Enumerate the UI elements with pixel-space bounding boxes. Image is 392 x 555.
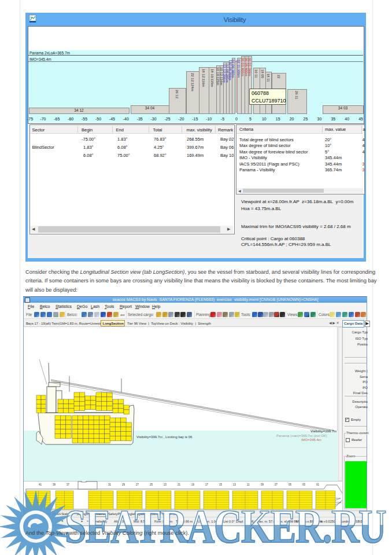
svg-text:41: 41: [39, 483, 42, 486]
svg-text:01: 01: [316, 483, 320, 486]
svg-text:17: 17: [205, 483, 209, 486]
svg-text:37: 37: [66, 483, 70, 486]
svg-text:39: 39: [53, 483, 56, 486]
svg-text:11: 11: [247, 483, 250, 486]
svg-text:25: 25: [150, 483, 153, 486]
svg-text:31: 31: [108, 483, 112, 486]
svg-text:07: 07: [275, 483, 278, 486]
svg-text:21: 21: [177, 483, 181, 486]
svg-text:15: 15: [219, 483, 223, 486]
svg-text:03: 03: [302, 483, 306, 486]
svg-text:05: 05: [289, 483, 292, 486]
svg-text:23: 23: [164, 483, 167, 486]
svg-text:09: 09: [261, 483, 264, 486]
svg-text:13: 13: [233, 483, 236, 486]
svg-text:27: 27: [136, 483, 139, 486]
svg-text:29: 29: [122, 483, 125, 486]
svg-text:19: 19: [191, 483, 195, 486]
